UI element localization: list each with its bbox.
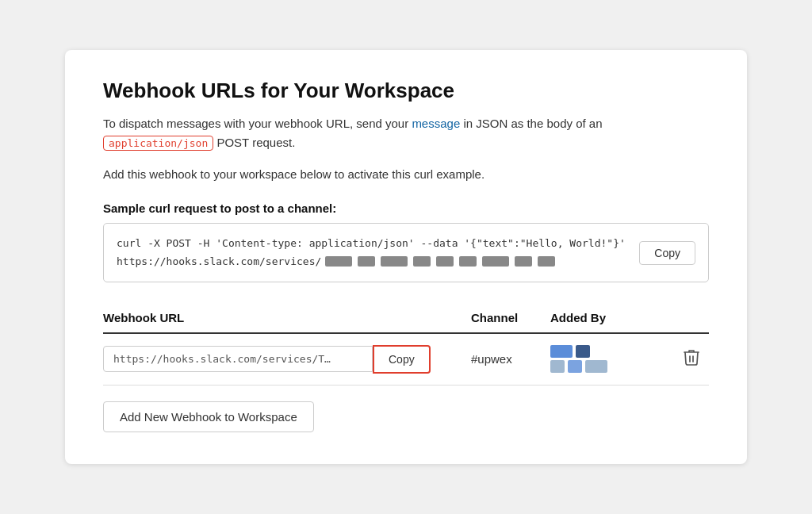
blur-1 — [325, 256, 352, 267]
avatar-row-1 — [550, 345, 677, 358]
blur-8 — [515, 256, 532, 267]
avatar-4 — [568, 360, 582, 373]
webhook-url-input[interactable] — [103, 346, 373, 372]
avatar-1 — [550, 345, 573, 358]
col-webhook-url: Webhook URL — [103, 305, 471, 333]
avatar-row-2 — [550, 360, 677, 373]
curl-copy-button[interactable]: Copy — [639, 241, 695, 265]
desc-after-link: in JSON as the body of an — [460, 117, 602, 130]
curl-line-1: curl -X POST -H 'Content-type: applicati… — [117, 235, 626, 252]
message-link[interactable]: message — [412, 117, 460, 130]
blur-9 — [538, 256, 555, 267]
added-by-cell — [550, 333, 677, 386]
curl-content: curl -X POST -H 'Content-type: applicati… — [117, 235, 626, 270]
channel-name: #upwex — [471, 352, 512, 366]
desc-end: POST request. — [213, 136, 295, 149]
inline-code: application/json — [103, 136, 213, 151]
col-added-by: Added By — [550, 305, 677, 333]
url-cell: Copy — [103, 333, 471, 386]
blur-6 — [459, 256, 477, 267]
curl-box: curl -X POST -H 'Content-type: applicati… — [103, 223, 709, 282]
add-webhook-button[interactable]: Add New Webhook to Workspace — [103, 401, 314, 432]
desc-before-link: To dispatch messages with your webhook U… — [103, 117, 412, 130]
blur-7 — [482, 256, 509, 267]
channel-cell: #upwex — [471, 333, 550, 386]
main-card: Webhook URLs for Your Workspace To dispa… — [65, 50, 747, 463]
url-input-group: Copy — [103, 345, 471, 374]
curl-line-2: https://hooks.slack.com/services/ — [117, 253, 626, 270]
avatar-3 — [550, 360, 565, 373]
avatar-5 — [585, 360, 607, 373]
blur-3 — [381, 256, 408, 267]
blur-4 — [413, 256, 431, 267]
col-action — [677, 305, 709, 333]
blur-5 — [436, 256, 454, 267]
curl-url-prefix: https://hooks.slack.com/services/ — [117, 253, 321, 270]
avatar-2 — [576, 345, 590, 358]
blur-2 — [358, 256, 375, 267]
webhook-table: Webhook URL Channel Added By Copy #upwex — [103, 305, 709, 386]
avatar-group — [550, 345, 677, 373]
action-cell — [677, 333, 709, 386]
table-row: Copy #upwex — [103, 333, 709, 386]
curl-section-label: Sample curl request to post to a channel… — [103, 201, 709, 215]
trash-icon — [684, 348, 699, 366]
webhook-copy-button[interactable]: Copy — [373, 345, 431, 374]
col-channel: Channel — [471, 305, 550, 333]
note-text: Add this webhook to your workspace below… — [103, 165, 709, 184]
delete-webhook-button[interactable] — [677, 345, 706, 373]
page-title: Webhook URLs for Your Workspace — [103, 79, 709, 103]
description: To dispatch messages with your webhook U… — [103, 114, 709, 152]
